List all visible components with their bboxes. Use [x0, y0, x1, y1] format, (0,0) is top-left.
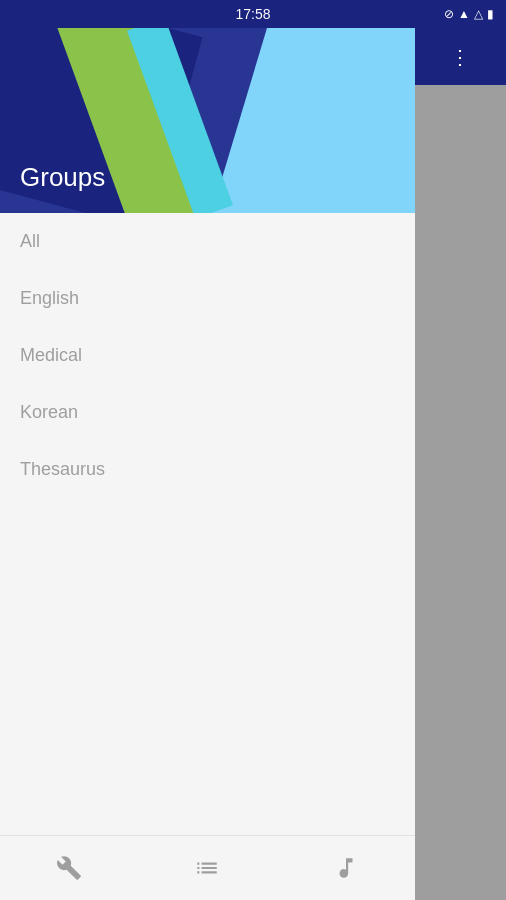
app-container: Groups All English Medical Korean Thesau… [0, 28, 506, 900]
battery-icon: ▮ [487, 7, 494, 21]
drawer-header: Groups [0, 28, 415, 213]
bottom-nav [0, 835, 415, 900]
status-bar: 17:58 ⊘ ▲ △ ▮ [0, 0, 506, 28]
menu-item-english[interactable]: English [0, 270, 415, 327]
store-nav-button[interactable] [322, 844, 370, 892]
menu-item-korean[interactable]: Korean [0, 384, 415, 441]
music-icon [333, 855, 359, 881]
wrench-icon [56, 855, 82, 881]
no-sim-icon: ⊘ [444, 7, 454, 21]
shape-light-blue [195, 28, 415, 213]
drawer-panel: Groups All English Medical Korean Thesau… [0, 28, 415, 900]
settings-nav-button[interactable] [45, 844, 93, 892]
right-panel-top: ⋮ [415, 28, 506, 85]
status-time: 17:58 [235, 6, 270, 22]
right-panel: ⋮ [415, 28, 506, 900]
menu-item-thesaurus[interactable]: Thesaurus [0, 441, 415, 498]
overflow-menu-button[interactable]: ⋮ [450, 45, 471, 69]
groups-title: Groups [20, 162, 105, 193]
signal-icon: △ [474, 7, 483, 21]
menu-list: All English Medical Korean Thesaurus [0, 213, 415, 835]
wifi-icon: ▲ [458, 7, 470, 21]
list-icon [194, 855, 220, 881]
menu-item-all[interactable]: All [0, 213, 415, 270]
menu-item-medical[interactable]: Medical [0, 327, 415, 384]
list-nav-button[interactable] [183, 844, 231, 892]
status-icons: ⊘ ▲ △ ▮ [444, 7, 494, 21]
